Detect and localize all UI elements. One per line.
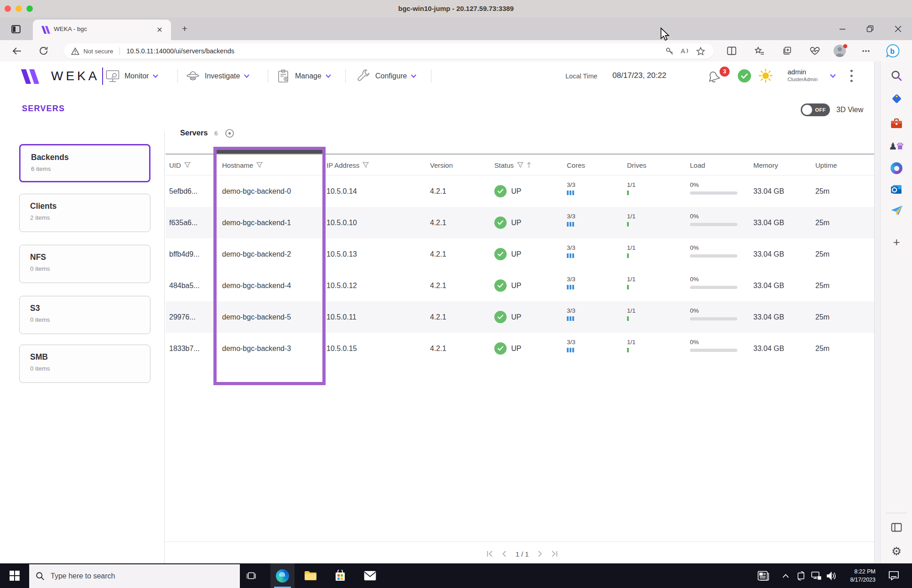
cell-load: 0% — [690, 244, 737, 258]
taskbar-search[interactable]: Type here to search — [29, 564, 240, 588]
cell-drives: 1/1 — [627, 339, 636, 352]
status-up-icon — [494, 279, 507, 292]
collections-icon[interactable] — [779, 40, 796, 62]
first-page-icon[interactable] — [486, 550, 493, 557]
new-tab-button[interactable]: + — [179, 23, 191, 35]
sidebar-tools-icon[interactable] — [888, 115, 905, 132]
cell-load: 0% — [690, 307, 737, 320]
investigate-icon — [186, 70, 200, 83]
sidebar-item-nfs[interactable]: NFS 0 items — [19, 245, 150, 283]
copilot-bing-icon[interactable]: b — [885, 40, 901, 62]
tab-close-icon[interactable]: ✕ — [155, 25, 165, 35]
column-cores[interactable]: Cores — [567, 155, 585, 175]
previous-page-icon[interactable] — [502, 550, 507, 557]
address-bar[interactable]: Not secure 10.5.0.11:14000/ui/servers/ba… — [64, 43, 714, 59]
chevron-down-icon — [153, 74, 158, 78]
column-load[interactable]: Load — [690, 155, 705, 175]
sidebar-drop-icon[interactable] — [888, 202, 905, 219]
column-status[interactable]: Status — [494, 155, 531, 175]
sidebar-search-icon[interactable] — [888, 67, 905, 84]
content-divider — [164, 131, 165, 588]
remote-display-icon[interactable] — [793, 563, 808, 588]
column-uptime[interactable]: Uptime — [815, 155, 837, 175]
volume-icon[interactable] — [824, 563, 839, 588]
user-menu-chevron-icon[interactable] — [830, 74, 836, 78]
sidebar-outlook-icon[interactable] — [888, 181, 905, 198]
sidebar-games-icon[interactable]: ♟♛ — [888, 138, 905, 155]
taskbar-clock[interactable]: 8:22 PM 8/17/2023 — [843, 567, 876, 584]
mail-icon[interactable] — [358, 563, 382, 588]
cell-ip: 10.5.0.14 — [326, 175, 357, 207]
toggle-state: OFF — [815, 107, 826, 113]
cell-uptime: 25m — [815, 270, 829, 301]
file-explorer-icon[interactable] — [299, 563, 322, 588]
close-window-button[interactable] — [890, 22, 906, 36]
nav-manage[interactable]: Manage — [277, 62, 331, 90]
manage-icon — [277, 69, 290, 83]
notifications-bell-icon[interactable] — [706, 68, 721, 84]
cell-status: UP — [494, 270, 521, 301]
hidden-icons-chevron[interactable] — [779, 563, 793, 588]
task-view-icon[interactable] — [239, 563, 263, 588]
sidebar-item-s3[interactable]: S3 0 items — [19, 296, 150, 334]
minimize-window-button[interactable] — [834, 22, 850, 36]
widgets-news-icon[interactable] — [751, 563, 775, 588]
more-options-kebab-icon[interactable]: ••• — [850, 68, 853, 83]
sidebar-m365-icon[interactable] — [888, 160, 905, 176]
cell-uid: bffb4d9... — [169, 238, 199, 270]
sort-asc-icon[interactable] — [527, 162, 531, 168]
sidebar-item-clients[interactable]: Clients 2 items — [19, 194, 150, 232]
filter-icon[interactable] — [184, 162, 191, 168]
favorite-star-icon[interactable] — [693, 43, 708, 59]
last-page-icon[interactable] — [551, 550, 558, 557]
next-page-icon[interactable] — [537, 550, 543, 557]
url-text[interactable]: 10.5.0.11:14000/ui/servers/backends — [126, 47, 234, 55]
split-screen-icon[interactable] — [723, 40, 740, 62]
tab-strip: WEKA - bgc ✕ + — [0, 17, 912, 40]
action-center-icon[interactable] — [882, 563, 906, 588]
local-time-value: 08/17/23, 20:22 — [612, 71, 666, 80]
status-up-icon — [494, 217, 507, 229]
microsoft-store-icon[interactable] — [328, 563, 352, 588]
read-aloud-icon[interactable]: A — [677, 43, 693, 59]
local-time-label: Local Time — [565, 72, 597, 80]
tab-actions-icon[interactable] — [6, 21, 26, 37]
network-icon[interactable] — [808, 563, 824, 588]
load-progress-track — [690, 223, 737, 226]
filter-icon[interactable] — [363, 162, 369, 168]
favorites-icon[interactable] — [751, 40, 767, 62]
column-drives[interactable]: Drives — [627, 155, 647, 175]
sidebar-add-icon[interactable]: + — [888, 234, 905, 250]
cell-uid: 5efbd6... — [169, 175, 197, 207]
3d-view-toggle[interactable]: OFF — [801, 103, 830, 116]
visibility-eye-icon[interactable] — [225, 129, 234, 138]
filter-icon[interactable] — [517, 162, 523, 168]
column-memory[interactable]: Memory — [753, 155, 778, 175]
browser-essentials-icon[interactable] — [807, 40, 823, 62]
restore-window-button[interactable] — [862, 22, 878, 36]
column-version[interactable]: Version — [430, 155, 453, 175]
cell-load: 0% — [690, 181, 737, 195]
sidebar-item-smb[interactable]: SMB 0 items — [19, 345, 150, 383]
sidebar-panel-icon[interactable] — [888, 519, 905, 536]
nav-investigate[interactable]: Investigate — [186, 62, 249, 90]
refresh-icon[interactable] — [35, 40, 52, 62]
sidebar-shopping-icon[interactable] — [888, 90, 905, 107]
theme-sun-icon[interactable] — [759, 69, 772, 83]
taskbar-edge-active-tile[interactable] — [270, 563, 295, 588]
settings-more-icon[interactable] — [858, 40, 874, 62]
column-ip-address[interactable]: IP Address — [326, 155, 369, 175]
nav-configure[interactable]: Configure — [357, 62, 416, 90]
sidebar-settings-gear-icon[interactable]: ⚙ — [888, 543, 905, 559]
browser-tab[interactable]: WEKA - bgc ✕ — [33, 20, 171, 40]
password-key-icon[interactable] — [662, 43, 677, 59]
cell-ip: 10.5.0.12 — [326, 270, 357, 301]
start-button[interactable] — [3, 563, 26, 588]
annotation-top-bar — [217, 150, 322, 154]
cluster-healthy-icon[interactable] — [738, 69, 751, 83]
chevron-down-icon — [411, 74, 416, 78]
back-icon[interactable] — [9, 40, 25, 62]
sidebar-item-backends[interactable]: Backends 6 items — [19, 144, 150, 182]
nav-monitor[interactable]: Monitor — [106, 62, 158, 90]
column-uid[interactable]: UID — [169, 155, 191, 175]
